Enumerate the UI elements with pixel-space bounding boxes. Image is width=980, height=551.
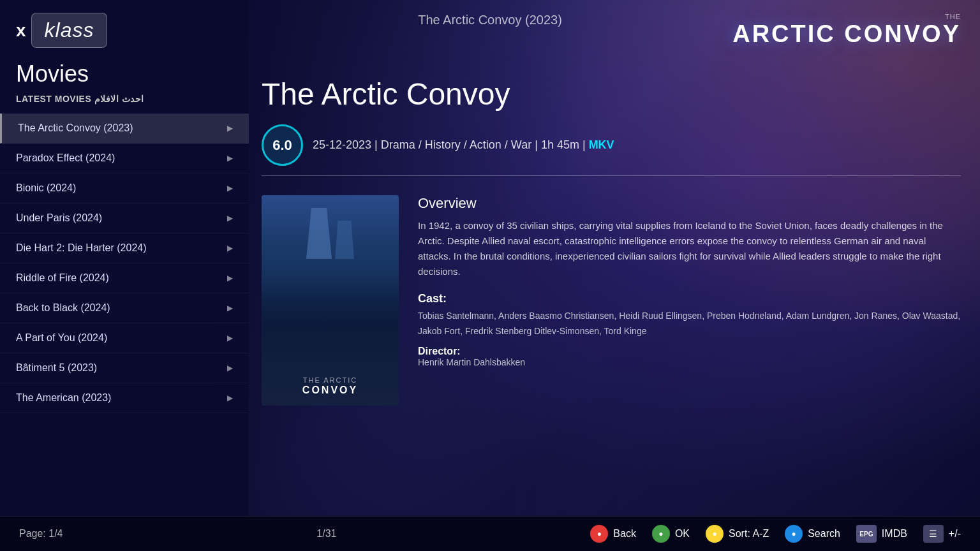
back-label: Back	[613, 528, 636, 540]
top-logo-area: THE ARCTIC CONVOY	[732, 13, 961, 48]
page-info: Page: 1/4	[19, 528, 63, 540]
movie-item-arrow: ▶	[227, 124, 233, 133]
movie-item-title: The American (2023)	[16, 392, 111, 404]
movie-list-item[interactable]: Bionic (2024) ▶	[0, 173, 249, 203]
poster-ships	[262, 208, 399, 259]
back-button[interactable]: ● Back	[590, 525, 636, 543]
sort-button[interactable]: ● Sort: A-Z	[706, 525, 769, 543]
overview-text: In 1942, a convoy of 35 civilian ships, …	[418, 218, 961, 279]
ok-button-circle: ●	[652, 525, 670, 543]
movie-list-item[interactable]: The Arctic Convoy (2023) ▶	[0, 114, 249, 143]
movie-item-arrow: ▶	[227, 393, 233, 402]
movie-item-title: Die Hart 2: Die Harter (2024)	[16, 242, 147, 254]
sidebar: x klass Movies LATEST MOVIES احدث الافلا…	[0, 0, 249, 551]
movie-item-title: Under Paris (2024)	[16, 212, 102, 224]
movie-item-title: Bionic (2024)	[16, 182, 76, 194]
menu-badge: ☰	[923, 525, 944, 543]
latest-label: LATEST MOVIES احدث الافلام	[0, 91, 249, 114]
movie-item-arrow: ▶	[227, 184, 233, 193]
rating-circle: 6.0	[262, 124, 303, 166]
movie-meta-row: 6.0 25-12-2023 | Drama / History / Actio…	[262, 124, 961, 176]
sort-label: Sort: A-Z	[729, 528, 769, 540]
movie-meta-text: 25-12-2023 | Drama / History / Action / …	[313, 138, 614, 152]
movie-item-title: A Part of You (2024)	[16, 332, 107, 344]
movie-item-arrow: ▶	[227, 364, 233, 372]
movie-lower: THE ARCTIC CONVOY Overview In 1942, a co…	[262, 195, 961, 406]
movie-list-item[interactable]: Paradox Effect (2024) ▶	[0, 143, 249, 173]
movie-item-title: Back to Black (2024)	[16, 302, 110, 314]
movie-item-arrow: ▶	[227, 274, 233, 283]
director-text: Henrik Martin Dahlsbakken	[418, 357, 961, 367]
movie-list-item[interactable]: Back to Black (2024) ▶	[0, 293, 249, 323]
plus-minus-label: +/-	[949, 528, 961, 540]
sort-button-circle: ●	[706, 525, 724, 543]
movie-list-item[interactable]: Under Paris (2024) ▶	[0, 203, 249, 233]
movie-info: Overview In 1942, a convoy of 35 civilia…	[418, 195, 961, 406]
search-label: Search	[808, 528, 840, 540]
cast-title: Cast:	[418, 292, 961, 305]
imdb-label: IMDB	[882, 528, 907, 540]
release-date: 25-12-2023	[313, 138, 371, 151]
search-button[interactable]: ● Search	[785, 525, 840, 543]
item-count: 1/31	[316, 528, 336, 540]
movie-list-item[interactable]: Riddle of Fire (2024) ▶	[0, 263, 249, 293]
logo-area: x klass	[0, 0, 249, 61]
epg-badge: EPG	[856, 525, 877, 543]
movie-detail-title: The Arctic Convoy	[262, 77, 961, 112]
movie-list-item[interactable]: Bâtiment 5 (2023) ▶	[0, 353, 249, 383]
rating-value: 6.0	[272, 137, 292, 154]
plus-minus-button[interactable]: ☰ +/-	[923, 525, 961, 543]
format-badge: MKV	[589, 138, 614, 151]
duration: 1h 45m	[541, 138, 579, 151]
movie-item-title: Riddle of Fire (2024)	[16, 272, 109, 284]
movie-item-title: Bâtiment 5 (2023)	[16, 362, 97, 374]
ok-label: OK	[675, 528, 690, 540]
top-logo-main: ARCTIC CONVOY	[732, 20, 961, 48]
back-button-circle: ●	[590, 525, 608, 543]
bottom-controls: ● Back ● OK ● Sort: A-Z ● Search EPG IMD…	[590, 525, 961, 543]
movie-item-arrow: ▶	[227, 304, 233, 312]
cast-text: Tobias Santelmann, Anders Baasmo Christi…	[418, 309, 961, 339]
movie-item-arrow: ▶	[227, 244, 233, 253]
genres: Drama / History / Action / War	[381, 138, 531, 151]
movie-poster: THE ARCTIC CONVOY	[262, 195, 399, 406]
movie-item-title: Paradox Effect (2024)	[16, 152, 115, 164]
movie-item-arrow: ▶	[227, 154, 233, 163]
search-button-circle: ●	[785, 525, 803, 543]
movie-list-item[interactable]: Die Hart 2: Die Harter (2024) ▶	[0, 233, 249, 263]
ship-large	[306, 208, 332, 259]
top-logo-sub: THE	[732, 13, 961, 20]
director-title: Director:	[418, 346, 961, 357]
poster-main-title: CONVOY	[302, 385, 358, 396]
imdb-button[interactable]: EPG IMDB	[856, 525, 907, 543]
movie-list-item[interactable]: A Part of You (2024) ▶	[0, 323, 249, 353]
movie-list-item[interactable]: The American (2023) ▶	[0, 383, 249, 413]
overview-title: Overview	[418, 195, 961, 212]
movie-detail: The Arctic Convoy 6.0 25-12-2023 | Drama…	[262, 77, 961, 406]
ship-small	[335, 221, 354, 259]
movie-item-arrow: ▶	[227, 214, 233, 223]
poster-subtitle: THE ARCTIC	[303, 376, 357, 385]
ok-button[interactable]: ● OK	[652, 525, 690, 543]
bottom-bar: Page: 1/4 1/31 ● Back ● OK ● Sort: A-Z ●…	[0, 516, 980, 551]
movie-item-arrow: ▶	[227, 334, 233, 342]
movies-section-title: Movies	[0, 61, 249, 91]
movie-list: The Arctic Convoy (2023) ▶ Paradox Effec…	[0, 114, 249, 551]
movie-item-title: The Arctic Convoy (2023)	[18, 122, 133, 134]
